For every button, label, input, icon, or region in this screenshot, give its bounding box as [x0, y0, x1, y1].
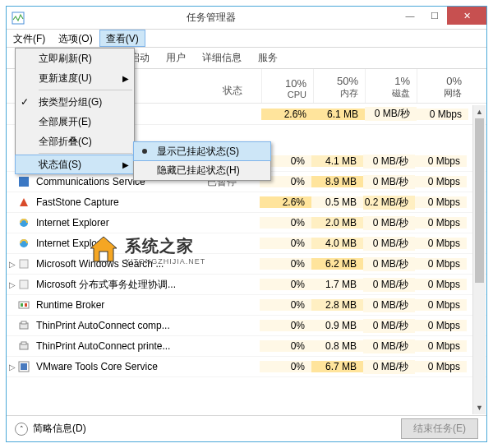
col-cpu[interactable]: 10%CPU — [261, 69, 313, 103]
menu-separator — [39, 153, 132, 154]
menu-group-by-type[interactable]: ✓按类型分组(G) — [16, 92, 134, 112]
svg-marker-3 — [20, 198, 28, 206]
tab-users[interactable]: 用户 — [158, 48, 194, 68]
disk-cell: 0 MB/秒 — [363, 298, 415, 312]
process-icon — [18, 361, 33, 372]
memory-cell: 0.9 MB — [311, 320, 363, 331]
menu-file[interactable]: 文件(F) — [7, 30, 52, 47]
process-icon — [18, 299, 33, 311]
memory-cell: 2.0 MB — [311, 217, 363, 229]
network-cell: 0 Mbps — [415, 299, 467, 311]
memory-cell: 1.7 MB — [311, 279, 363, 290]
task-manager-window: 任务管理器 — ☐ ✕ 文件(F) 选项(O) 查看(V) 启动 用户 详细信息… — [6, 6, 487, 442]
col-status[interactable]: 状态 — [204, 69, 261, 103]
process-name: Microsoft 分布式事务处理协调... — [33, 278, 202, 292]
svg-rect-10 — [25, 303, 27, 307]
chevron-right-icon: ▶ — [122, 74, 129, 83]
menu-expand-all[interactable]: 全部展开(E) — [16, 112, 134, 132]
menu-separator — [39, 90, 132, 90]
table-row[interactable]: FastStone Capture2.6%0.5 MB0.2 MB/秒0 Mbp… — [7, 192, 486, 213]
svg-rect-7 — [20, 280, 28, 289]
app-icon — [12, 12, 25, 25]
less-details-link[interactable]: 简略信息(D) — [33, 422, 86, 436]
scroll-down-icon[interactable]: ▼ — [473, 401, 486, 414]
svg-rect-2 — [19, 177, 29, 187]
svg-rect-9 — [21, 303, 23, 307]
expand-icon[interactable]: ▷ — [7, 260, 18, 269]
table-row[interactable]: Internet Explorer0%4.0 MB0 MB/秒0 Mbps — [7, 233, 486, 254]
menu-status-values[interactable]: 状态值(S)▶ — [15, 155, 135, 174]
submenu-hide-suspended[interactable]: 隐藏已挂起状态(H) — [134, 160, 270, 180]
network-cell: 0 Mbps — [415, 155, 467, 167]
minimize-button[interactable]: — — [398, 7, 422, 25]
process-name: Runtime Broker — [33, 299, 202, 311]
process-name: ThinPrint AutoConnect printe... — [33, 340, 202, 352]
memory-cell: 2.8 MB — [311, 299, 363, 311]
cpu-cell: 0% — [260, 217, 311, 229]
submenu-show-suspended[interactable]: 显示已挂起状态(S) — [133, 141, 271, 161]
svg-rect-12 — [21, 321, 26, 324]
process-icon — [18, 340, 33, 352]
cpu-cell: 2.6% — [260, 196, 311, 208]
titlebar: 任务管理器 — ☐ ✕ — [7, 7, 486, 30]
network-cell: 0 Mbps — [415, 196, 467, 208]
menu-refresh[interactable]: 立即刷新(R) — [16, 48, 134, 68]
chevron-up-icon[interactable]: ˄ — [15, 423, 28, 436]
disk-cell: 0 MB/秒 — [363, 257, 415, 271]
network-cell: 0 Mbps — [415, 279, 467, 290]
menu-collapse-all[interactable]: 全部折叠(C) — [16, 132, 134, 151]
expand-icon[interactable]: ▷ — [7, 280, 18, 289]
process-icon — [18, 320, 33, 331]
window-title: 任务管理器 — [25, 11, 398, 25]
check-icon: ✓ — [21, 96, 29, 108]
cpu-cell: 0% — [260, 361, 311, 372]
menu-view[interactable]: 查看(V) — [99, 30, 145, 47]
process-icon — [18, 176, 33, 187]
scroll-thumb[interactable] — [475, 118, 484, 283]
col-network[interactable]: 0%网络 — [417, 69, 468, 103]
memory-cell: 4.1 MB — [311, 155, 363, 167]
tab-services[interactable]: 服务 — [250, 48, 286, 68]
menu-options[interactable]: 选项(O) — [52, 30, 99, 47]
cpu-cell: 0% — [260, 238, 311, 249]
close-button[interactable]: ✕ — [447, 7, 486, 25]
network-cell: 0 Mbps — [415, 320, 467, 331]
disk-cell: 0 MB/秒 — [363, 237, 415, 251]
tab-details[interactable]: 详细信息 — [194, 48, 250, 68]
cpu-cell: 0% — [260, 299, 311, 311]
network-cell: 0 Mbps — [415, 258, 467, 270]
network-cell: 0 Mbps — [415, 340, 467, 352]
col-disk[interactable]: 1%磁盘 — [365, 69, 417, 103]
table-row[interactable]: ThinPrint AutoConnect comp...0%0.9 MB0 M… — [7, 316, 486, 336]
network-cell: 0 Mbps — [415, 217, 467, 229]
end-task-button[interactable]: 结束任务(E) — [401, 418, 478, 439]
table-row[interactable]: ▷Microsoft Windows Search ...0%6.2 MB0 M… — [7, 254, 486, 275]
table-row[interactable]: ▷VMware Tools Core Service0%6.7 MB0 MB/秒… — [7, 357, 486, 377]
disk-cell: 0.2 MB/秒 — [363, 196, 415, 210]
scroll-up-icon[interactable]: ▲ — [473, 105, 486, 118]
disk-cell: 0 MB/秒 — [363, 360, 415, 374]
scrollbar[interactable]: ▲ ▼ — [472, 105, 486, 414]
table-row[interactable]: ThinPrint AutoConnect printe...0%0.8 MB0… — [7, 336, 486, 357]
chevron-right-icon: ▶ — [122, 160, 129, 169]
network-cell: 0 Mbps — [415, 361, 467, 372]
disk-cell: 0 MB/秒 — [363, 155, 415, 169]
process-icon — [18, 258, 33, 270]
memory-cell: 6.7 MB — [311, 361, 363, 372]
cpu-cell: 0% — [260, 258, 311, 270]
process-name: Microsoft Windows Search ... — [33, 258, 202, 270]
menu-update-speed[interactable]: 更新速度(U)▶ — [16, 68, 134, 88]
table-row[interactable]: ▷Microsoft 分布式事务处理协调...0%1.7 MB0 MB/秒0 M… — [7, 275, 486, 295]
process-name: FastStone Capture — [33, 196, 202, 208]
window-buttons: — ☐ ✕ — [398, 7, 486, 29]
network-cell: 0 Mbps — [415, 238, 467, 249]
table-row[interactable]: Internet Explorer0%2.0 MB0 MB/秒0 Mbps — [7, 213, 486, 233]
table-row[interactable]: Runtime Broker0%2.8 MB0 MB/秒0 Mbps — [7, 295, 486, 316]
expand-icon[interactable]: ▷ — [7, 363, 18, 372]
col-memory[interactable]: 50%内存 — [313, 69, 365, 103]
svg-rect-8 — [19, 302, 29, 308]
process-name: ThinPrint AutoConnect comp... — [33, 320, 202, 331]
maximize-button[interactable]: ☐ — [422, 7, 447, 25]
memory-cell: 6.2 MB — [311, 258, 363, 270]
view-dropdown: 立即刷新(R) 更新速度(U)▶ ✓按类型分组(G) 全部展开(E) 全部折叠(… — [15, 48, 135, 174]
